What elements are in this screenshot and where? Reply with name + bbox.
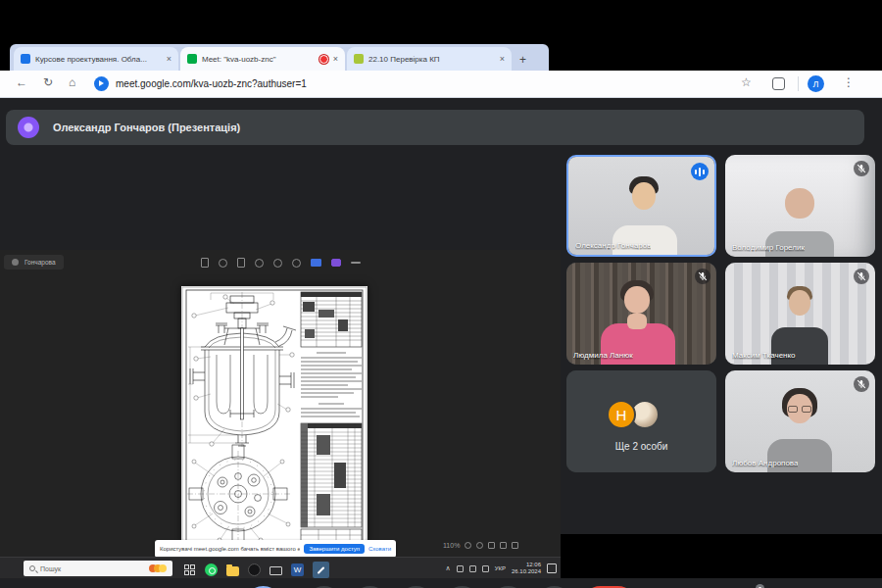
display-app-icon[interactable] — [270, 566, 282, 575]
browser-tab-strip: Курсове проектування. Обла... × Meet: "k… — [0, 44, 882, 71]
print-tool-icon[interactable] — [237, 258, 245, 268]
action-center-icon[interactable] — [547, 564, 557, 573]
pdf-zoom-controls: 110% — [443, 542, 518, 549]
tray-time: 12:06 — [512, 562, 541, 568]
taskbar-search-box[interactable]: Пошук — [24, 561, 172, 576]
tab-title: Курсове проектування. Обла... — [35, 55, 162, 64]
browser-menu-icon[interactable]: ⋮ — [843, 76, 855, 88]
annotate-tool-icon[interactable] — [255, 259, 264, 268]
share-tool-icon[interactable] — [331, 259, 341, 267]
fullscreen-icon[interactable] — [512, 542, 518, 549]
participant-name: Олександр Гончаров — [575, 241, 651, 250]
meet-favicon-icon — [187, 54, 197, 64]
address-bar[interactable]: meet.google.com/kva-uozb-znc?authuser=1 — [116, 78, 307, 89]
network-icon — [482, 565, 489, 572]
recorder-app-icon[interactable] — [248, 564, 261, 576]
task-view-icon[interactable] — [184, 564, 196, 576]
overflow-count-label: Ще 2 особи — [566, 441, 716, 452]
search-placeholder: Пошук — [40, 565, 147, 572]
language-indicator[interactable]: УКР — [495, 565, 506, 571]
mic-muted-icon — [854, 161, 869, 176]
tab-close-icon[interactable]: × — [333, 55, 338, 64]
active-pen-app-icon[interactable] — [313, 562, 329, 578]
tab-close-icon[interactable]: × — [167, 55, 172, 64]
whatsapp-icon[interactable] — [205, 564, 218, 576]
avatar-letter: Н — [607, 400, 636, 429]
participant-name: Максим Ткаченко — [732, 351, 796, 360]
page-width-icon[interactable] — [500, 542, 507, 549]
back-button[interactable]: ← — [16, 76, 27, 88]
video-tile-tkachenko[interactable]: Максим Ткаченко — [725, 263, 875, 365]
participant-name: Любов Андропова — [732, 459, 798, 467]
document-label: Гончарова — [24, 259, 56, 266]
home-button[interactable]: ⌂ — [69, 76, 75, 88]
battery-icon — [457, 565, 464, 572]
reload-button[interactable]: ↻ — [43, 76, 53, 88]
tab-panel: Курсове проектування. Обла... × Meet: "k… — [10, 44, 549, 71]
share-notice-message: Користувачі meet.google.com бачать вміст… — [160, 546, 300, 552]
video-tile-lanyuk[interactable]: Людмила Ланюк — [566, 263, 716, 365]
tab-course-project[interactable]: Курсове проектування. Обла... × — [14, 47, 178, 71]
zoom-out-icon[interactable] — [465, 542, 471, 549]
tab-kp-check[interactable]: 22.10 Перевірка КП × — [347, 47, 512, 71]
taskbar-app-icons: W — [184, 562, 329, 578]
profile-avatar[interactable]: Л — [808, 75, 824, 92]
stop-sharing-button[interactable]: Завершити доступ — [304, 544, 365, 554]
mic-muted-icon — [854, 269, 869, 284]
screen-share-notice-bar: Користувачі meet.google.com бачать вміст… — [155, 540, 396, 558]
meet-site-icon — [94, 76, 109, 91]
meet-control-bar: 12:06 | kva-uozb-znc ∧ ∧ CC — [0, 578, 882, 588]
tab-meet-active[interactable]: Meet: "kva-uozb-znc" × — [180, 47, 345, 71]
extensions-icon[interactable] — [772, 77, 785, 90]
search-icon — [29, 565, 35, 571]
overflow-tile-bg: Н Ще 2 особи — [566, 370, 716, 472]
toolbar-divider — [798, 76, 799, 91]
participant-video — [725, 263, 875, 365]
participant-video — [725, 155, 875, 257]
video-tile-goncharov[interactable]: Олександр Гончаров — [566, 155, 716, 257]
mic-muted-icon — [695, 269, 710, 284]
pdf-viewer-toolbar — [201, 258, 361, 268]
document-icon — [12, 259, 19, 266]
highlight-tool-icon[interactable] — [273, 259, 282, 268]
hide-notice-link[interactable]: Сховати — [368, 546, 391, 552]
rotate-tool-icon[interactable] — [219, 259, 227, 268]
participant-video — [725, 370, 875, 472]
volume-icon — [469, 565, 476, 572]
tab-close-icon[interactable]: × — [500, 55, 505, 64]
system-tray: ∧ УКР 12:06 26.10.2024 — [446, 560, 557, 577]
page-fit-icon[interactable] — [488, 542, 495, 549]
meet-main-area: Олександр Гончаров (Презентація) Гончаро… — [0, 98, 882, 534]
mic-muted-icon — [854, 376, 869, 392]
screenshot-stage: Курсове проектування. Обла... × Meet: "k… — [0, 0, 882, 588]
file-explorer-icon[interactable] — [226, 566, 239, 576]
presenter-banner-text: Олександр Гончаров (Презентація) — [53, 122, 240, 133]
tab-recording-indicator-icon — [319, 55, 328, 64]
participant-name: Володимир Горелик — [732, 243, 805, 252]
classroom-favicon-icon — [21, 54, 30, 64]
participant-name: Людмила Ланюк — [573, 351, 633, 360]
page-tool-icon[interactable] — [201, 258, 209, 268]
tray-date: 26.10.2024 — [512, 568, 541, 575]
video-tile-overflow[interactable]: Н Ще 2 особи — [566, 370, 716, 472]
collapse-toolbar-icon[interactable] — [351, 262, 361, 264]
weather-widget-icon — [152, 564, 167, 572]
document-label-pill: Гончарова — [4, 255, 64, 270]
bookmark-star-icon[interactable]: ☆ — [741, 76, 752, 88]
zoom-level: 110% — [443, 542, 460, 549]
video-tile-andropova[interactable]: Любов Андропова — [725, 370, 875, 472]
video-tile-gorelik[interactable]: Володимир Горелик — [725, 155, 875, 257]
presenter-record-icon — [18, 117, 39, 138]
tray-clock: 12:06 26.10.2024 — [512, 562, 541, 575]
shared-document-page — [181, 286, 368, 546]
participant-video — [566, 263, 716, 365]
zoom-in-icon[interactable] — [476, 542, 483, 549]
participants-badge — [756, 584, 764, 588]
shared-screen[interactable]: Гончарова — [0, 250, 561, 578]
folder-tool-icon[interactable] — [311, 259, 321, 267]
presenter-banner: Олександр Гончаров (Презентація) — [6, 110, 864, 145]
new-tab-button[interactable]: + — [519, 53, 526, 67]
stamp-tool-icon[interactable] — [292, 259, 301, 268]
tray-expand-icon[interactable]: ∧ — [446, 564, 451, 572]
word-icon[interactable]: W — [291, 564, 304, 576]
